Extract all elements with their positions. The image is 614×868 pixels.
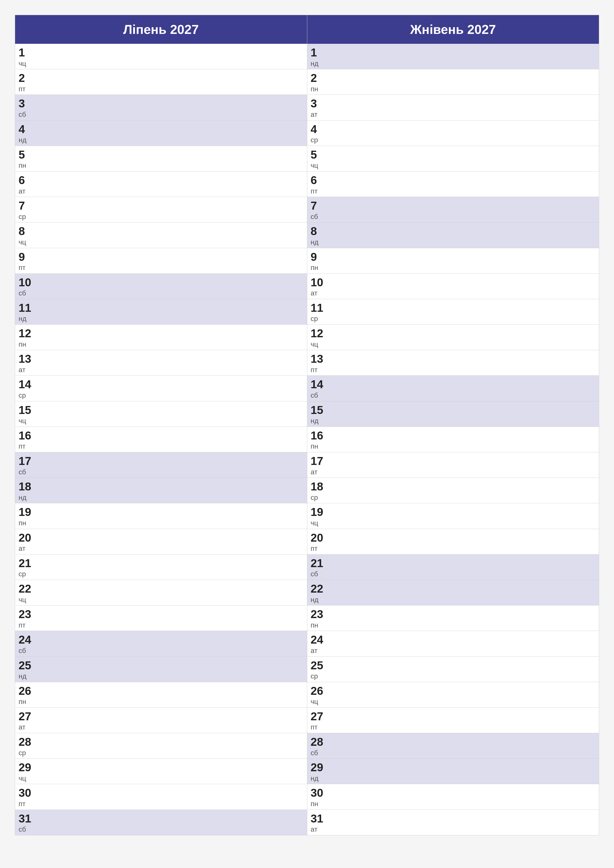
day-number: 28	[19, 736, 31, 748]
day-row: 16пт	[15, 427, 307, 452]
day-row: 8нд	[307, 222, 599, 248]
day-abbr: ср	[19, 391, 26, 400]
day-abbr: нд	[311, 417, 319, 425]
day-number-block: 21сб	[307, 555, 330, 580]
day-content	[37, 759, 307, 784]
day-number-block: 14ср	[15, 376, 37, 401]
day-content	[37, 95, 307, 120]
day-row: 19пн	[15, 503, 307, 529]
day-number-block: 29чц	[15, 759, 37, 784]
month-column-july: Ліпень 20271чц2пт3сб4нд5пн6ат7ср8чц9пт10…	[15, 15, 307, 835]
day-content	[37, 222, 307, 248]
day-abbr: пт	[19, 264, 25, 272]
day-row: 28сб	[307, 733, 599, 759]
day-row: 4нд	[15, 121, 307, 146]
day-number-block: 1нд	[307, 44, 330, 69]
day-content	[330, 427, 599, 452]
day-row: 8чц	[15, 222, 307, 248]
day-number: 31	[311, 812, 323, 825]
day-number-block: 27пт	[307, 708, 330, 733]
day-abbr: ср	[19, 570, 26, 578]
day-row: 30пн	[307, 784, 599, 810]
day-number: 26	[311, 685, 323, 697]
day-row: 4ср	[307, 121, 599, 146]
day-number: 8	[19, 225, 25, 237]
day-abbr: ат	[19, 187, 25, 195]
day-number: 7	[311, 200, 317, 212]
day-number: 21	[19, 557, 31, 570]
day-number-block: 13пт	[307, 350, 330, 375]
day-abbr: чц	[19, 774, 26, 783]
day-number-block: 1чц	[15, 44, 37, 69]
day-row: 14сб	[307, 376, 599, 401]
day-row: 2пн	[307, 69, 599, 95]
day-abbr: пт	[311, 544, 318, 553]
day-abbr: чц	[311, 519, 319, 527]
day-row: 26пн	[15, 682, 307, 708]
day-number: 19	[19, 506, 31, 518]
day-abbr: нд	[311, 774, 319, 783]
day-number-block: 8нд	[307, 222, 330, 248]
day-content	[330, 555, 599, 580]
day-row: 9пт	[15, 248, 307, 274]
day-number: 18	[311, 480, 323, 493]
day-number: 17	[19, 455, 31, 467]
day-content	[37, 248, 307, 273]
day-content	[330, 708, 599, 733]
day-row: 27пт	[307, 708, 599, 733]
day-content	[37, 350, 307, 375]
day-abbr: чц	[19, 417, 26, 425]
day-number: 25	[311, 659, 323, 672]
day-number: 10	[311, 276, 323, 289]
day-row: 26чц	[307, 682, 599, 708]
day-abbr: ат	[311, 825, 318, 834]
day-number: 20	[19, 532, 31, 544]
day-row: 17сб	[15, 452, 307, 478]
day-number-block: 17ат	[307, 452, 330, 477]
day-row: 9пн	[307, 248, 599, 274]
day-abbr: пн	[19, 698, 26, 706]
day-abbr: чц	[19, 59, 26, 68]
day-content	[330, 784, 599, 809]
day-number-block: 12пн	[15, 325, 37, 350]
day-abbr: чц	[311, 340, 319, 349]
day-number-block: 9пт	[15, 248, 37, 273]
day-number-block: 19пн	[15, 503, 37, 529]
day-row: 10ат	[307, 274, 599, 299]
day-abbr: чц	[311, 161, 319, 170]
day-row: 14ср	[15, 376, 307, 401]
day-content	[37, 478, 307, 503]
day-number: 4	[311, 123, 317, 136]
day-abbr: ср	[19, 212, 26, 221]
day-number: 31	[19, 812, 31, 825]
day-abbr: сб	[19, 110, 26, 119]
day-number-block: 8чц	[15, 222, 37, 248]
day-row: 28ср	[15, 733, 307, 759]
day-row: 16пн	[307, 427, 599, 452]
day-content	[330, 682, 599, 707]
day-number: 24	[311, 634, 323, 646]
day-row: 7сб	[307, 197, 599, 222]
day-row: 3ат	[307, 95, 599, 120]
day-number: 10	[19, 276, 31, 289]
day-content	[330, 452, 599, 477]
day-content	[330, 606, 599, 631]
day-number: 22	[311, 583, 323, 595]
day-number-block: 11ср	[307, 299, 330, 324]
day-abbr: ср	[311, 672, 318, 680]
day-abbr: пн	[311, 264, 319, 272]
day-number: 13	[311, 353, 323, 365]
day-number: 30	[19, 787, 31, 799]
day-number-block: 25ср	[307, 657, 330, 682]
day-row: 23пт	[15, 606, 307, 631]
day-row: 6пт	[307, 172, 599, 197]
day-content	[330, 172, 599, 197]
day-abbr: пт	[311, 187, 318, 195]
day-content	[37, 299, 307, 324]
day-content	[330, 248, 599, 273]
day-content	[37, 274, 307, 299]
day-abbr: сб	[311, 212, 318, 221]
day-number: 22	[19, 583, 31, 595]
day-abbr: пт	[19, 85, 25, 93]
day-content	[37, 682, 307, 707]
